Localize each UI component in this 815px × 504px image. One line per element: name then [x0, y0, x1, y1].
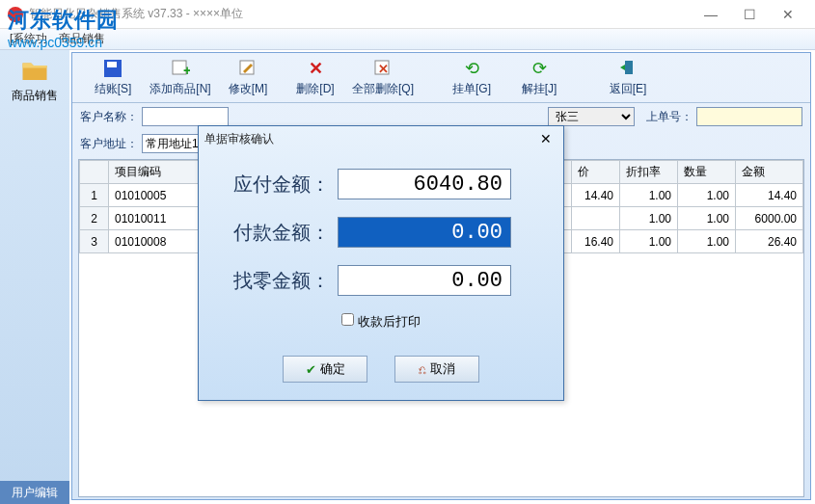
- unhang-button[interactable]: ⟳ 解挂[J]: [506, 59, 572, 97]
- dialog-title: 单据审核确认: [204, 131, 534, 147]
- svg-text:✕: ✕: [378, 62, 389, 76]
- check-icon: ✔: [306, 362, 316, 377]
- paid-label: 付款金额：: [222, 220, 338, 246]
- staff-select[interactable]: 张三: [548, 107, 635, 126]
- svg-text:+: +: [183, 63, 190, 78]
- window-titlebar: 智能日化日杂销售系统 v37.33 - ××××单位 — ☐ ✕: [0, 0, 815, 29]
- hang-button[interactable]: ⟲ 挂单[G]: [439, 59, 504, 97]
- close-button[interactable]: ✕: [769, 1, 807, 28]
- dialog-titlebar: 单据审核确认 ✕: [199, 126, 563, 151]
- payable-label: 应付金额：: [222, 172, 338, 198]
- ok-button[interactable]: ✔ 确定: [283, 356, 367, 383]
- customer-name-input[interactable]: [142, 107, 229, 126]
- toolbar: 结账[S] + 添加商品[N] 修改[M] ✕ 删除[D] ✕ 全部删除[Q]: [72, 53, 810, 103]
- customer-name-label: 客户名称：: [80, 109, 138, 125]
- save-icon: [103, 59, 122, 78]
- menu-sales[interactable]: 商品销售: [59, 31, 105, 47]
- app-icon: [8, 7, 23, 22]
- change-input[interactable]: [338, 265, 511, 296]
- maximize-button[interactable]: ☐: [730, 1, 769, 28]
- change-label: 找零金额：: [222, 268, 338, 294]
- payable-input[interactable]: [338, 169, 511, 199]
- arrow-left-icon: ⟲: [462, 59, 481, 78]
- window-title: 智能日化日杂销售系统 v37.33 - ××××单位: [29, 6, 692, 22]
- col-price: 价: [572, 161, 620, 184]
- back-icon: [618, 59, 638, 78]
- add-product-button[interactable]: + 添加商品[N]: [148, 59, 213, 97]
- paid-input[interactable]: [338, 217, 511, 248]
- back-button[interactable]: 返回[E]: [595, 59, 661, 97]
- menu-system[interactable]: [系统功: [10, 31, 47, 47]
- add-icon: +: [171, 59, 190, 78]
- prev-order-label: 上单号：: [646, 109, 693, 125]
- col-qty: 数量: [678, 161, 736, 184]
- edit-icon: [238, 59, 258, 78]
- svg-rect-1: [107, 62, 117, 67]
- folder-icon: [20, 56, 49, 85]
- cancel-icon: ⎌: [419, 362, 426, 377]
- dialog-close-button[interactable]: ✕: [534, 131, 557, 146]
- menubar: [系统功 商品销售: [0, 29, 815, 50]
- delete-button[interactable]: ✕ 删除[D]: [283, 59, 348, 97]
- cancel-button[interactable]: ⎌ 取消: [394, 356, 479, 383]
- checkout-button[interactable]: 结账[S]: [80, 59, 146, 97]
- print-after-label: 收款后打印: [358, 314, 421, 329]
- delete-all-button[interactable]: ✕ 全部删除[Q]: [350, 59, 416, 97]
- customer-addr-label: 客户地址：: [80, 136, 138, 152]
- sidebar-item-useredit[interactable]: 用户编辑: [0, 481, 69, 504]
- sidebar-item-label: 商品销售: [0, 88, 69, 104]
- arrow-right-icon: ⟳: [530, 59, 549, 78]
- col-discount: 折扣率: [620, 161, 678, 184]
- prev-order-input[interactable]: [696, 107, 802, 126]
- confirm-dialog: 单据审核确认 ✕ 应付金额： 付款金额： 找零金额： 收款后打印 ✔ 确定 ⎌ …: [198, 125, 564, 401]
- sidebar-item-sales[interactable]: 商品销售: [0, 50, 69, 110]
- edit-button[interactable]: 修改[M]: [215, 59, 281, 97]
- minimize-button[interactable]: —: [692, 1, 730, 28]
- print-after-checkbox[interactable]: [341, 313, 354, 326]
- sidebar: 商品销售 用户编辑: [0, 50, 69, 504]
- col-amount: 金额: [736, 161, 803, 184]
- delete-all-icon: ✕: [373, 59, 393, 78]
- delete-icon: ✕: [306, 59, 325, 78]
- svg-rect-7: [625, 61, 633, 74]
